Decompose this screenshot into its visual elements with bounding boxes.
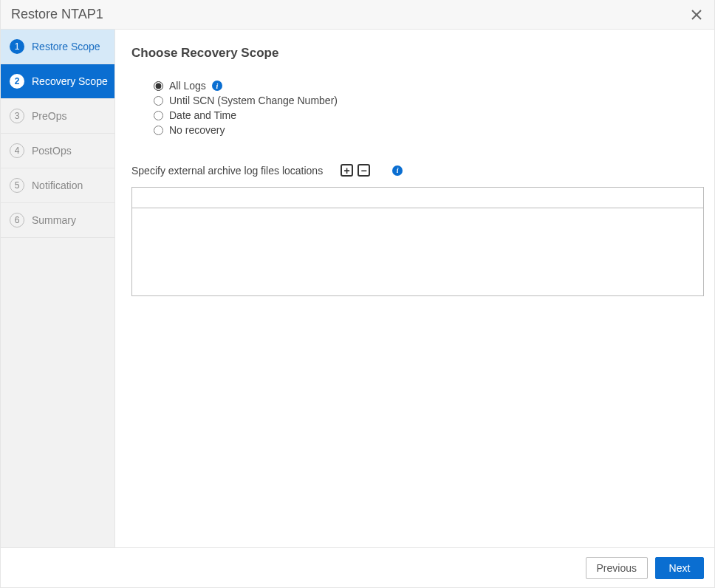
archive-label: Specify external archive log files locat…: [131, 165, 323, 177]
close-icon: [691, 10, 702, 20]
step-number: 5: [10, 178, 24, 193]
step-number: 6: [10, 213, 24, 228]
radio-date-time[interactable]: [154, 111, 163, 120]
step-restore-scope[interactable]: 1 Restore Scope: [1, 30, 114, 64]
option-label: No recovery: [169, 124, 225, 136]
radio-until-scn[interactable]: [154, 96, 163, 106]
info-icon[interactable]: i: [212, 81, 222, 91]
step-label: Recovery Scope: [32, 75, 108, 87]
step-label: Restore Scope: [32, 41, 100, 52]
step-summary[interactable]: 6 Summary: [1, 203, 114, 238]
step-preops[interactable]: 3 PreOps: [1, 99, 114, 134]
add-location-button[interactable]: [341, 164, 353, 177]
option-until-scn[interactable]: Until SCN (System Change Number): [154, 95, 704, 106]
remove-location-button[interactable]: [358, 164, 370, 177]
radio-no-recovery[interactable]: [154, 126, 163, 135]
archive-locations-list[interactable]: [131, 187, 704, 296]
option-label: Date and Time: [169, 109, 236, 121]
dialog-title: Restore NTAP1: [11, 7, 103, 22]
dialog-body: 1 Restore Scope 2 Recovery Scope 3 PreOp…: [1, 30, 714, 547]
archive-icon-row: i: [341, 164, 403, 177]
next-button[interactable]: Next: [655, 557, 704, 579]
option-all-logs[interactable]: All Logs i: [154, 80, 704, 92]
step-label: Summary: [32, 214, 76, 226]
recovery-scope-options: All Logs i Until SCN (System Change Numb…: [131, 80, 704, 139]
step-label: PreOps: [32, 110, 66, 122]
step-number: 2: [10, 74, 24, 89]
titlebar: Restore NTAP1: [1, 0, 714, 30]
page-heading: Choose Recovery Scope: [131, 46, 704, 61]
step-notification[interactable]: 5 Notification: [1, 168, 114, 203]
step-recovery-scope[interactable]: 2 Recovery Scope: [1, 64, 114, 99]
close-button[interactable]: [689, 7, 704, 22]
restore-dialog: Restore NTAP1 1 Restore Scope 2 Recovery…: [0, 0, 715, 588]
previous-button[interactable]: Previous: [586, 557, 648, 579]
dialog-footer: Previous Next: [1, 547, 714, 587]
wizard-sidebar: 1 Restore Scope 2 Recovery Scope 3 PreOp…: [1, 30, 115, 547]
step-postops[interactable]: 4 PostOps: [1, 134, 114, 168]
step-number: 1: [10, 39, 24, 54]
step-label: PostOps: [32, 145, 72, 157]
archive-location-row[interactable]: [132, 188, 703, 208]
option-no-recovery[interactable]: No recovery: [154, 124, 704, 136]
option-label: Until SCN (System Change Number): [169, 95, 338, 106]
option-label: All Logs: [169, 80, 206, 92]
main-panel: Choose Recovery Scope All Logs i Until S…: [115, 30, 714, 547]
info-icon[interactable]: i: [392, 165, 403, 176]
step-number: 3: [10, 109, 24, 123]
radio-all-logs[interactable]: [154, 81, 163, 91]
step-label: Notification: [32, 180, 83, 191]
option-date-time[interactable]: Date and Time: [154, 109, 704, 121]
step-number: 4: [10, 143, 24, 158]
archive-log-section: Specify external archive log files locat…: [131, 164, 704, 177]
